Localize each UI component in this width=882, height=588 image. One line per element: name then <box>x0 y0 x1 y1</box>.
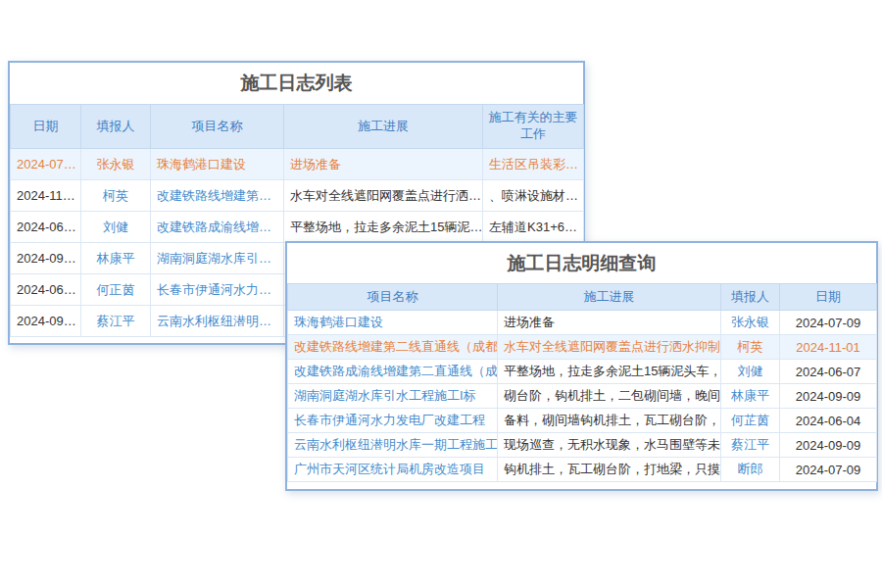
date-cell: 2024-09… <box>11 306 81 337</box>
log-detail-table: 项目名称 施工进展 填报人 日期 珠海鹤港口建设 进场准备 张永银 2024-0… <box>287 283 877 482</box>
log-list-header-row: 日期 填报人 项目名称 施工进展 施工有关的主要工作 <box>11 105 584 149</box>
log-list-title: 施工日志列表 <box>10 63 583 104</box>
project-cell: 珠海鹤港口建设 <box>151 149 284 180</box>
project-cell: 长春市伊通河水力… <box>151 274 284 306</box>
reporter-cell: 张永银 <box>721 311 780 335</box>
progress-cell: 备料，砌间墙钩机排土，瓦工砌台阶，… <box>498 409 721 433</box>
progress-cell: 现场巡查，无积水现象，水马围壁等未… <box>498 433 721 458</box>
progress-cell: 平整场地，拉走多余泥土15辆泥… <box>284 212 483 243</box>
date-cell: 2024-06-04 <box>780 409 877 433</box>
project-cell: 长春市伊通河水力发电厂改建工程 <box>288 409 498 433</box>
reporter-cell: 张永银 <box>81 149 151 180</box>
project-cell: 改建铁路线增建第二线直通线（成都-西 <box>288 335 498 360</box>
progress-cell: 平整场地，拉走多余泥土15辆泥头车，… <box>498 360 721 384</box>
column-header-main-work: 施工有关的主要工作 <box>483 105 584 149</box>
reporter-cell: 刘健 <box>81 212 151 243</box>
project-cell: 云南水利枢纽潜明… <box>151 306 284 337</box>
table-row[interactable]: 珠海鹤港口建设 进场准备 张永银 2024-07-09 <box>288 311 877 335</box>
log-detail-header-row: 项目名称 施工进展 填报人 日期 <box>288 284 877 311</box>
column-header-project: 项目名称 <box>288 284 498 311</box>
progress-cell: 钩机排土，瓦工砌台阶，打地梁，只摸… <box>498 458 721 482</box>
date-cell: 2024-11-01 <box>780 335 877 360</box>
date-cell: 2024-07-09 <box>780 311 877 335</box>
main-work-cell: 、喷淋设施材… <box>483 180 584 212</box>
reporter-cell: 何正茵 <box>81 274 151 306</box>
table-row[interactable]: 广州市天河区统计局机房改造项目 钩机排土，瓦工砌台阶，打地梁，只摸… 断郎 20… <box>288 458 877 482</box>
reporter-cell: 蔡江平 <box>81 306 151 337</box>
progress-cell: 水车对全线遮阳网覆盖点进行洒水抑制… <box>498 335 721 360</box>
date-cell: 2024-11… <box>11 180 81 212</box>
table-row[interactable]: 改建铁路成渝线增建第二直通线（成渝 平整场地，拉走多余泥土15辆泥头车，… 刘健… <box>288 360 877 384</box>
table-row[interactable]: 长春市伊通河水力发电厂改建工程 备料，砌间墙钩机排土，瓦工砌台阶，… 何芷茵 2… <box>288 409 877 433</box>
main-work-cell: 左辅道K31+6… <box>483 212 584 243</box>
table-row[interactable]: 2024-07… 张永银 珠海鹤港口建设 进场准备 生活区吊装彩… <box>11 149 584 180</box>
column-header-progress: 施工进展 <box>284 105 483 149</box>
date-cell: 2024-09-09 <box>780 384 877 409</box>
reporter-cell: 何芷茵 <box>721 409 780 433</box>
column-header-reporter: 填报人 <box>81 105 151 149</box>
date-cell: 2024-09-09 <box>780 433 877 458</box>
reporter-cell: 林康平 <box>81 243 151 274</box>
progress-cell: 进场准备 <box>284 149 483 180</box>
table-row[interactable]: 湖南洞庭湖水库引水工程施工I标 砌台阶，钩机排土，二包砌间墙，晚间… 林康平 2… <box>288 384 877 409</box>
reporter-cell: 柯英 <box>721 335 780 360</box>
date-cell: 2024-07-09 <box>780 458 877 482</box>
table-row[interactable]: 改建铁路线增建第二线直通线（成都-西 水车对全线遮阳网覆盖点进行洒水抑制… 柯英… <box>288 335 877 360</box>
project-cell: 湖南洞庭湖水库引水工程施工I标 <box>288 384 498 409</box>
reporter-cell: 断郎 <box>721 458 780 482</box>
progress-cell: 进场准备 <box>498 311 721 335</box>
construction-log-detail-panel: 施工日志明细查询 项目名称 施工进展 填报人 日期 珠海鹤港口建设 进场准备 张… <box>285 241 878 491</box>
progress-cell: 水车对全线遮阳网覆盖点进行洒… <box>284 180 483 212</box>
column-header-date: 日期 <box>780 284 877 311</box>
reporter-cell: 蔡江平 <box>721 433 780 458</box>
project-cell: 改建铁路成渝线增建第二直通线（成渝 <box>288 360 498 384</box>
date-cell: 2024-06… <box>11 212 81 243</box>
project-cell: 珠海鹤港口建设 <box>288 311 498 335</box>
column-header-progress: 施工进展 <box>498 284 721 311</box>
main-work-cell: 生活区吊装彩… <box>483 149 584 180</box>
reporter-cell: 刘健 <box>721 360 780 384</box>
project-cell: 改建铁路成渝线增… <box>151 212 284 243</box>
column-header-project: 项目名称 <box>151 105 284 149</box>
date-cell: 2024-09… <box>11 243 81 274</box>
project-cell: 云南水利枢纽潜明水库一期工程施工I标 <box>288 433 498 458</box>
project-cell: 湖南洞庭湖水库引… <box>151 243 284 274</box>
project-cell: 改建铁路线增建第… <box>151 180 284 212</box>
column-header-reporter: 填报人 <box>721 284 780 311</box>
column-header-date: 日期 <box>11 105 81 149</box>
reporter-cell: 柯英 <box>81 180 151 212</box>
table-row[interactable]: 2024-06… 刘健 改建铁路成渝线增… 平整场地，拉走多余泥土15辆泥… 左… <box>11 212 584 243</box>
log-detail-title: 施工日志明细查询 <box>287 243 876 283</box>
project-cell: 广州市天河区统计局机房改造项目 <box>288 458 498 482</box>
table-row[interactable]: 2024-11… 柯英 改建铁路线增建第… 水车对全线遮阳网覆盖点进行洒… 、喷… <box>11 180 584 212</box>
table-row[interactable]: 云南水利枢纽潜明水库一期工程施工I标 现场巡查，无积水现象，水马围壁等未… 蔡江… <box>288 433 877 458</box>
reporter-cell: 林康平 <box>721 384 780 409</box>
progress-cell: 砌台阶，钩机排土，二包砌间墙，晚间… <box>498 384 721 409</box>
date-cell: 2024-06-07 <box>780 360 877 384</box>
date-cell: 2024-07… <box>11 149 81 180</box>
date-cell: 2024-06… <box>11 274 81 306</box>
